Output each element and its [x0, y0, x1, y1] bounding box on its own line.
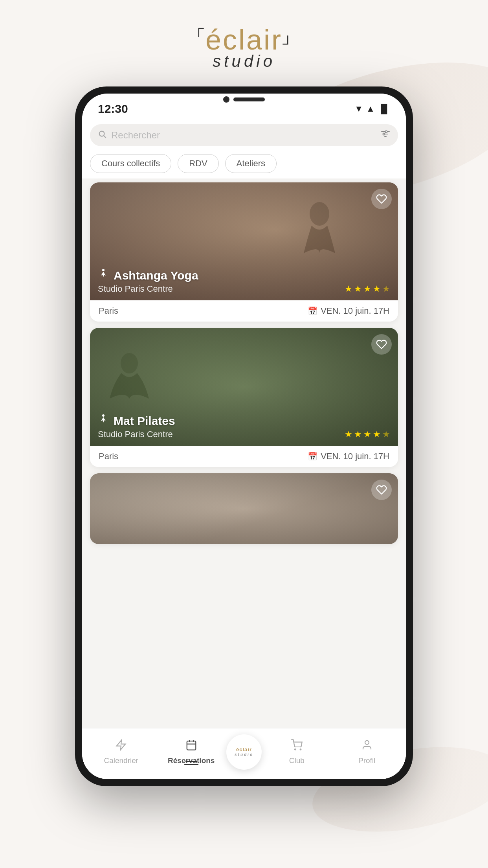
phone-speaker [233, 97, 265, 101]
third-image-bg [90, 473, 398, 544]
nav-label-club: Club [289, 756, 305, 765]
nav-item-profil[interactable]: Profil [332, 739, 402, 765]
svg-point-18 [365, 740, 369, 744]
bottom-navigation: Calendrier Réservations [82, 728, 406, 779]
favorite-button-pilates[interactable] [371, 334, 392, 355]
battery-icon: ▐▌ [378, 104, 390, 114]
svg-point-5 [385, 131, 387, 133]
card-bottom-yoga: Paris 📅 VEN. 10 juin. 17H [90, 300, 398, 322]
card-studio-row-pilates: Studio Paris Centre ★ ★ ★ ★ ★ [98, 429, 390, 440]
phone-screen: 12:30 ▼ ▲ ▐▌ Rechercher [82, 94, 406, 779]
tab-rdv[interactable]: RDV [178, 154, 218, 173]
search-area: Rechercher [82, 120, 406, 149]
card-location-pilates: Paris [99, 451, 118, 462]
svg-rect-12 [187, 741, 196, 750]
svg-point-16 [295, 749, 296, 750]
card-third[interactable] [90, 473, 398, 544]
card-image-pilates: Mat Pilates Studio Paris Centre ★ ★ ★ ★ … [90, 328, 398, 446]
nav-label-calendrier: Calendrier [104, 756, 138, 765]
card-studio-row-yoga: Studio Paris Centre ★ ★ ★ ★ ★ [98, 284, 390, 294]
card-ashtanga-yoga[interactable]: Ashtanga Yoga Studio Paris Centre ★ ★ ★ … [90, 182, 398, 322]
app-logo-area: éclair studio [205, 24, 283, 71]
svg-point-7 [310, 202, 329, 226]
nav-center-logo-button[interactable]: éclair studio [226, 734, 262, 770]
class-name-yoga: Ashtanga Yoga [98, 268, 390, 282]
svg-point-17 [300, 749, 301, 750]
favorite-button-third[interactable] [371, 480, 392, 500]
nav-active-indicator [184, 764, 198, 765]
search-placeholder: Rechercher [111, 130, 376, 141]
card-image-yoga: Ashtanga Yoga Studio Paris Centre ★ ★ ★ … [90, 182, 398, 300]
svg-point-8 [102, 269, 105, 271]
card-stars-yoga: ★ ★ ★ ★ ★ [345, 284, 390, 294]
svg-point-10 [102, 414, 105, 417]
card-stars-pilates: ★ ★ ★ ★ ★ [345, 429, 390, 440]
club-icon [291, 739, 303, 754]
profil-icon [361, 739, 373, 754]
studio-name-yoga: Studio Paris Centre [98, 284, 173, 294]
studio-name-pilates: Studio Paris Centre [98, 429, 173, 440]
svg-point-9 [121, 353, 138, 373]
calendar-icon-pilates: 📅 [308, 452, 317, 461]
logo-main: éclair [205, 24, 283, 56]
card-overlay-pilates: Mat Pilates Studio Paris Centre ★ ★ ★ ★ … [98, 414, 390, 440]
svg-marker-11 [117, 740, 126, 750]
class-name-pilates: Mat Pilates [98, 414, 390, 428]
card-date-pilates: 📅 VEN. 10 juin. 17H [308, 451, 389, 462]
phone-shell: 12:30 ▼ ▲ ▐▌ Rechercher [75, 86, 413, 786]
nav-label-profil: Profil [358, 756, 375, 765]
svg-line-1 [104, 136, 106, 138]
phone-notch [205, 94, 283, 105]
calendar-icon-yoga: 📅 [308, 306, 317, 316]
filter-icon[interactable] [381, 130, 390, 140]
phone-camera [223, 96, 229, 103]
search-icon [98, 130, 106, 141]
nav-item-club[interactable]: Club [262, 739, 332, 765]
app-content: Rechercher Cours collectifs RD [82, 120, 406, 779]
status-icons: ▼ ▲ ▐▌ [354, 104, 390, 114]
svg-point-6 [383, 133, 385, 135]
tab-ateliers[interactable]: Ateliers [225, 154, 277, 173]
card-date-yoga: 📅 VEN. 10 juin. 17H [308, 306, 389, 316]
card-overlay-yoga: Ashtanga Yoga Studio Paris Centre ★ ★ ★ … [98, 268, 390, 294]
nav-center-logo-text: éclair studio [235, 747, 253, 757]
signal-icon: ▲ [366, 104, 375, 114]
card-mat-pilates[interactable]: Mat Pilates Studio Paris Centre ★ ★ ★ ★ … [90, 328, 398, 467]
favorite-button-yoga[interactable] [371, 189, 392, 209]
card-bottom-pilates: Paris 📅 VEN. 10 juin. 17H [90, 446, 398, 467]
cards-list: Ashtanga Yoga Studio Paris Centre ★ ★ ★ … [82, 178, 406, 728]
yoga-pose-icon [98, 268, 109, 282]
nav-item-calendrier[interactable]: Calendrier [86, 739, 156, 765]
status-time: 12:30 [98, 102, 128, 116]
reservations-icon [185, 739, 197, 754]
card-location-yoga: Paris [99, 306, 118, 316]
filter-tabs: Cours collectifs RDV Ateliers [82, 149, 406, 178]
search-bar[interactable]: Rechercher [90, 124, 398, 146]
wifi-icon: ▼ [354, 104, 363, 114]
calendrier-icon [115, 739, 127, 754]
tab-cours-collectifs[interactable]: Cours collectifs [90, 154, 171, 173]
pilates-pose-icon [98, 414, 109, 428]
card-image-third [90, 473, 398, 544]
nav-item-reservations[interactable]: Réservations [156, 739, 227, 765]
